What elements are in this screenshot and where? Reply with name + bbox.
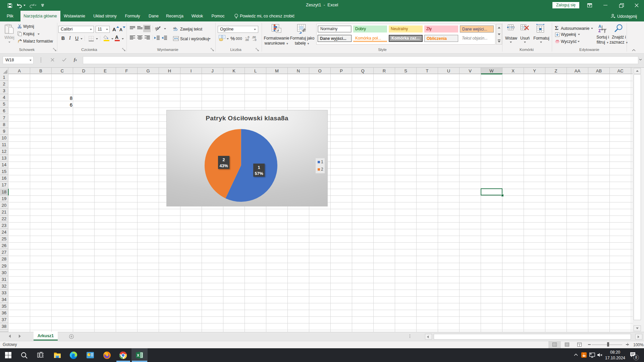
svg-text:ab: ab [173, 26, 176, 30]
svg-text:≠: ≠ [277, 28, 279, 33]
svg-text:A: A [598, 24, 601, 29]
svg-text:Z: Z [598, 28, 601, 33]
svg-text:X: X [137, 353, 140, 357]
svg-text:,00: ,00 [245, 38, 249, 41]
